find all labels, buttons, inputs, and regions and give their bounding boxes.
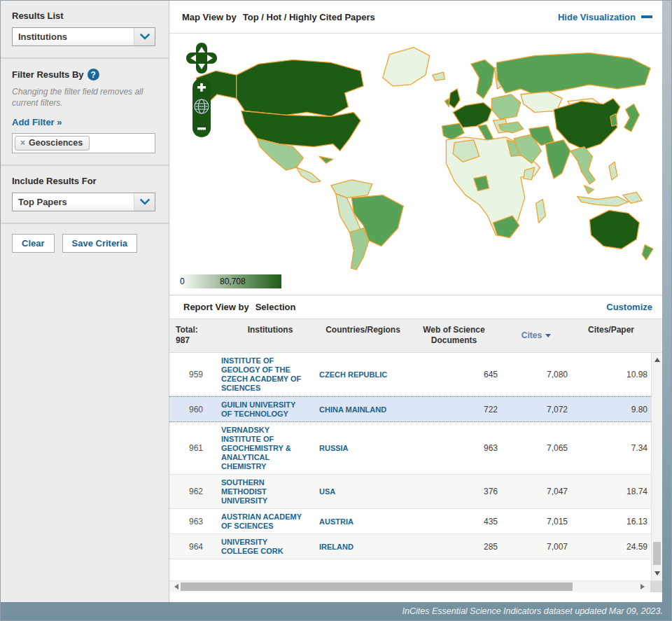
cites-per-paper-value: 10.98	[571, 370, 651, 379]
institution-link[interactable]: INSTITUTE OF GEOLOGY OF THE CZECH ACADEM…	[221, 356, 319, 393]
map-country-japan[interactable]	[624, 104, 640, 132]
filter-tag-geosciences[interactable]: × Geosciences	[15, 136, 90, 151]
include-results-label: Include Results For	[12, 176, 158, 186]
report-table: 959 INSTITUTE OF GEOLOGY OF THE CZECH AC…	[169, 353, 662, 580]
filter-section: Filter Results By ? Changing the filter …	[1, 57, 169, 165]
esi-page: Results List Institutions Filter Results…	[0, 0, 672, 621]
scroll-down-arrow[interactable]	[652, 568, 662, 579]
column-header-cites[interactable]: Cites	[501, 325, 571, 346]
map-country-new-zealand[interactable]	[642, 245, 653, 260]
sort-descending-icon	[545, 334, 551, 337]
map-country-south-korea[interactable]	[610, 113, 617, 126]
collapse-minus-icon[interactable]	[641, 15, 652, 18]
cites-per-paper-value: 16.13	[571, 517, 651, 526]
filter-tags-box[interactable]: × Geosciences	[12, 133, 155, 153]
horizontal-scrollbar[interactable]	[169, 580, 662, 592]
main-panel: Map View by Top / Hot / Highly Cited Pap…	[169, 1, 662, 602]
map-country-iceland[interactable]	[433, 72, 445, 81]
actions-section: Clear Save Criteria	[1, 223, 169, 264]
institution-link[interactable]: UNIVERSITY COLLEGE CORK	[221, 537, 319, 556]
map-country-philippines[interactable]	[609, 162, 617, 180]
documents-value: 435	[407, 517, 501, 526]
zoom-out-icon[interactable]	[197, 127, 206, 130]
row-rank: 964	[176, 542, 221, 552]
map-zoom-control[interactable]	[192, 78, 211, 137]
filter-label: Filter Results By	[12, 69, 84, 80]
clear-button[interactable]: Clear	[12, 234, 55, 253]
map-country-central-america[interactable]	[297, 167, 321, 183]
map-country-argentina[interactable]	[349, 228, 369, 270]
cites-value: 7,072	[501, 405, 571, 414]
map-country-australia[interactable]	[589, 210, 639, 249]
map-legend: 0 80,708	[169, 274, 662, 295]
country-link[interactable]: CHINA MAINLAND	[319, 405, 407, 414]
vertical-scrollbar[interactable]	[651, 353, 662, 580]
map-country-russia[interactable]	[496, 53, 650, 95]
horizontal-scroll-thumb[interactable]	[181, 582, 573, 591]
country-link[interactable]: RUSSIA	[319, 443, 407, 453]
country-link[interactable]: IRELAND	[319, 542, 407, 552]
hide-visualization[interactable]: Hide Visualization	[558, 12, 652, 22]
column-header-institutions[interactable]: Institutions	[221, 325, 319, 346]
chevron-down-icon[interactable]	[134, 193, 155, 211]
row-rank: 961	[176, 443, 221, 453]
map-country-eastern-europe[interactable]	[491, 95, 520, 119]
map-country-canada[interactable]	[237, 60, 363, 116]
map-country-uk[interactable]	[449, 89, 460, 109]
map-country-southeast-asia[interactable]	[570, 147, 595, 184]
report-table-body: 959 INSTITUTE OF GEOLOGY OF THE CZECH AC…	[169, 353, 651, 580]
table-row[interactable]: 962 SOUTHERN METHODIST UNIVERSITY USA 37…	[169, 475, 651, 509]
customize-link[interactable]: Customize	[606, 302, 652, 312]
row-rank: 963	[176, 517, 221, 526]
institution-link[interactable]: SOUTHERN METHODIST UNIVERSITY	[221, 477, 319, 505]
hide-visualization-link[interactable]: Hide Visualization	[558, 12, 636, 22]
chevron-down-icon[interactable]	[134, 28, 155, 46]
total-count: 987	[176, 335, 221, 346]
vertical-scroll-thumb[interactable]	[653, 542, 661, 565]
table-row[interactable]: 961 VERNADSKY INSTITUTE OF GEOCHEMISTRY …	[169, 422, 651, 475]
map-view-title: Top / Hot / Highly Cited Papers	[243, 12, 375, 22]
map-country-greenland[interactable]	[383, 48, 430, 86]
column-header-countries[interactable]: Countries/Regions	[319, 325, 407, 346]
add-filter-link[interactable]: Add Filter »	[12, 117, 62, 127]
column-header-documents[interactable]: Web of Science Documents	[407, 325, 501, 346]
cites-value: 7,007	[501, 542, 571, 552]
documents-value: 285	[407, 542, 501, 552]
legend-max-value: 80,708	[220, 277, 246, 286]
institution-link[interactable]: AUSTRIAN ACADEMY OF SCIENCES	[221, 512, 319, 531]
table-row[interactable]: 959 INSTITUTE OF GEOLOGY OF THE CZECH AC…	[169, 353, 651, 396]
map-country-indonesia[interactable]	[578, 197, 629, 207]
save-criteria-button[interactable]: Save Criteria	[62, 234, 138, 253]
country-link[interactable]: USA	[319, 487, 407, 496]
map-country-cuba[interactable]	[319, 156, 333, 163]
scroll-right-arrow[interactable]	[637, 581, 648, 592]
documents-value: 722	[407, 405, 501, 414]
country-link[interactable]: AUSTRIA	[319, 517, 407, 526]
map-area	[169, 34, 662, 274]
map-country-malaysia[interactable]	[584, 186, 594, 194]
map-country-norway-sweden[interactable]	[471, 60, 495, 98]
results-list-dropdown[interactable]: Institutions	[12, 27, 155, 46]
table-row[interactable]: 960 GUILIN UNIVERSITY OF TECHNOLOGY CHIN…	[169, 396, 651, 422]
include-results-dropdown[interactable]: Top Papers	[12, 193, 155, 211]
documents-value: 376	[407, 487, 501, 496]
include-results-section: Include Results For Top Papers	[1, 165, 169, 223]
institution-link[interactable]: GUILIN UNIVERSITY OF TECHNOLOGY	[221, 400, 319, 419]
column-header-cites-per-paper[interactable]: Cites/Paper	[571, 325, 651, 346]
map-country-madagascar[interactable]	[536, 200, 546, 223]
world-map[interactable]	[172, 35, 662, 273]
scroll-up-arrow[interactable]	[652, 354, 662, 365]
column-header-total: Total: 987	[169, 325, 221, 346]
help-icon[interactable]: ?	[88, 69, 99, 81]
institution-link[interactable]: VERNADSKY INSTITUTE OF GEOCHEMISTRY & AN…	[221, 425, 319, 471]
results-list-label: Results List	[12, 11, 158, 21]
table-row[interactable]: 964 UNIVERSITY COLLEGE CORK IRELAND 285 …	[169, 534, 651, 559]
table-row[interactable]: 963 AUSTRIAN ACADEMY OF SCIENCES AUSTRIA…	[169, 509, 651, 534]
map-pan-control[interactable]	[186, 43, 217, 74]
country-link[interactable]: CZECH REPUBLIC	[319, 370, 407, 379]
cites-value: 7,080	[501, 370, 571, 379]
map-country-ireland[interactable]	[444, 99, 449, 107]
report-view-header: Report View by Selection Customize	[169, 295, 662, 319]
map-country-india[interactable]	[545, 140, 570, 179]
remove-filter-icon[interactable]: ×	[20, 138, 25, 148]
